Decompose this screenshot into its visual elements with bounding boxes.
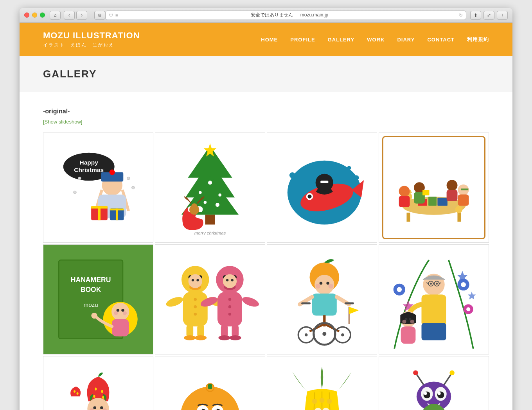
gallery-item-orange-character[interactable] [155,356,265,410]
svg-point-31 [204,201,207,204]
svg-point-169 [93,406,96,409]
svg-point-221 [449,370,455,375]
illustration-corn-character [267,356,377,410]
reader-view-button[interactable]: ⊟ [94,11,105,20]
svg-point-61 [447,180,458,191]
illustration-orange-character [155,356,265,410]
gallery-item-reading-children[interactable] [379,132,489,243]
svg-rect-120 [312,294,337,316]
nav-terms[interactable]: 利用規約 [467,36,489,43]
svg-rect-103 [217,292,242,326]
svg-point-141 [461,282,466,287]
svg-text:Happy: Happy [80,159,99,166]
gallery-item-ninja-fish[interactable] [267,132,377,243]
svg-point-54 [399,186,410,197]
illustration-hanameru-book: HANAMERU BOOK mozu [43,245,153,354]
svg-point-83 [189,274,202,288]
svg-rect-86 [183,292,208,326]
nav-buttons: ‹ › [64,11,87,20]
toolbar-right: ⬆ ⤢ + [470,11,508,20]
svg-rect-182 [208,384,212,389]
forward-button[interactable]: › [76,11,87,20]
svg-rect-62 [447,190,458,201]
svg-text:BOOK: BOOK [81,286,101,294]
illustration-bug-character: MOZU [379,356,489,410]
share-button[interactable]: ⬆ [470,11,481,20]
nav-profile[interactable]: PROFILE [290,37,315,43]
svg-point-127 [322,332,326,336]
slideshow-link[interactable]: [Show slideshow] [43,119,82,125]
svg-point-101 [226,279,228,281]
svg-point-119 [328,284,333,289]
close-button[interactable] [24,13,29,18]
svg-point-77 [123,311,127,315]
illustration-ninja-fish [267,133,377,242]
svg-point-107 [228,305,232,308]
minimize-button[interactable] [32,13,37,18]
svg-rect-11 [98,206,101,220]
svg-point-153 [430,283,432,285]
gallery-item-christmas-happy[interactable]: Happy Christmas [43,132,153,243]
svg-point-30 [218,193,221,197]
svg-point-95 [195,335,207,340]
svg-point-37 [354,175,359,181]
svg-point-199 [312,399,317,404]
nav-work[interactable]: WORK [367,37,385,43]
page-title: GALLERY [43,68,489,80]
home-button[interactable]: ⌂ [50,11,61,20]
svg-rect-46 [406,213,410,222]
nav-diary[interactable]: DIARY [397,37,415,43]
svg-point-131 [341,333,344,337]
refresh-icon[interactable]: ↻ [459,13,463,18]
svg-point-76 [114,311,118,315]
illustration-christmas-happy: Happy Christmas [43,133,153,242]
svg-point-161 [410,320,414,324]
svg-point-36 [289,172,295,178]
nav-home[interactable]: HOME [261,37,278,43]
svg-point-85 [196,279,199,281]
svg-point-29 [199,191,202,194]
gallery-item-hanameru-book[interactable]: HANAMERU BOOK mozu [43,244,153,354]
gallery-item-bug-character[interactable]: MOZU [379,356,489,410]
svg-point-75 [121,309,124,312]
gallery-item-strawberry-girl[interactable] [43,356,153,410]
svg-point-100 [223,274,237,288]
svg-point-219 [413,370,418,375]
gallery-item-christmas-tree[interactable]: merry christmas [155,132,265,243]
svg-point-173 [74,390,75,392]
illustration-christmas-tree: merry christmas [155,133,265,242]
illustration-duck-costumes [155,245,265,354]
svg-rect-72 [112,319,129,336]
svg-rect-55 [399,196,410,207]
svg-rect-60 [458,194,469,206]
gallery-item-bike-rider[interactable] [267,244,377,354]
svg-rect-59 [461,188,469,190]
illustration-strawberry-girl [43,356,153,410]
svg-point-228 [438,392,441,395]
svg-point-129 [305,333,308,337]
address-bar[interactable]: 🛡 ≡ 安全ではありません — mozu.main.jp ↻ [105,11,466,20]
url-text: 安全ではありません — mozu.main.jp [120,12,459,18]
gallery-item-duck-costumes[interactable] [155,244,265,354]
nav-contact[interactable]: CONTACT [427,37,455,43]
site-header: MOZU ILLUSTRATION イラスト えほん にがおえ HOME PRO… [20,23,512,56]
svg-point-166 [93,395,95,398]
svg-rect-14 [116,209,118,220]
svg-point-170 [100,406,103,409]
gallery-item-corn-character[interactable] [267,356,377,410]
back-button[interactable]: ‹ [64,11,75,20]
svg-point-227 [424,392,427,395]
gallery-item-family-flowers[interactable] [379,244,489,354]
maximize-button[interactable] [40,13,45,18]
new-tab-button[interactable]: + [497,11,508,20]
svg-point-18 [132,186,135,189]
svg-point-32 [216,203,219,207]
svg-point-91 [194,313,197,316]
svg-point-164 [95,388,97,391]
fullscreen-button[interactable]: ⤢ [483,11,494,20]
svg-point-117 [326,282,329,285]
svg-point-118 [316,284,321,289]
security-icon: 🛡 [109,13,113,18]
svg-point-17 [127,177,130,180]
nav-gallery[interactable]: GALLERY [328,37,355,43]
